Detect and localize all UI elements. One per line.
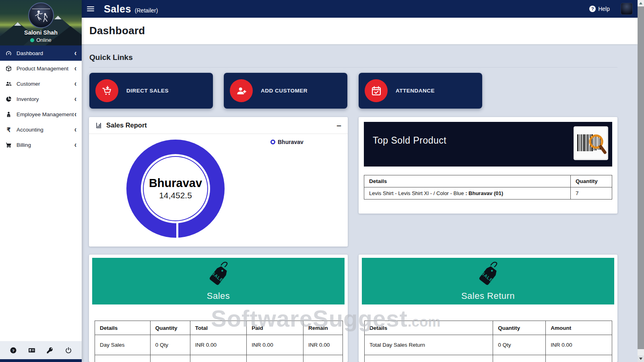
vertical-scrollbar <box>638 0 644 362</box>
pie-chart-icon <box>5 96 12 103</box>
user-name: Saloni Shah <box>0 29 82 36</box>
chevron-left-icon: ‹ <box>74 49 76 57</box>
details-cell: Total Day Sales Return <box>365 335 493 355</box>
chevron-left-icon: ‹ <box>74 95 76 103</box>
sales-report-card: Sales Report – Bhuravav 14,452.5 Bhurava… <box>89 117 348 247</box>
quick-links-title: Quick Links <box>89 53 133 62</box>
column-header-quantity: Quantity <box>150 321 190 335</box>
sidebar-bottom-strip <box>0 359 82 362</box>
table-row-partial <box>365 355 612 362</box>
bar-chart-icon <box>95 122 102 129</box>
speedometer-icon <box>5 50 12 57</box>
sidebar-item-customer[interactable]: Customer ‹ <box>0 76 82 91</box>
sidebar-item-label: Product Management <box>17 66 68 72</box>
remain-cell: INR 0.00 <box>303 335 343 355</box>
sales-summary-header: SALE Sales <box>92 258 345 304</box>
sales-summary-card: SALE Sales Details Quantity Total Paid R… <box>89 255 348 362</box>
question-circle-icon[interactable]: ? <box>10 347 17 354</box>
collapse-minus-icon[interactable]: – <box>336 123 341 128</box>
online-status-dot <box>30 38 34 42</box>
quick-link-direct-sales[interactable]: DIRECT SALES <box>89 73 213 109</box>
quick-link-attendance[interactable]: ATTENDANCE <box>359 73 482 109</box>
top-sold-table: Details Quantity Levis Shirt - Levis Shi… <box>364 175 612 200</box>
navbar-avatar[interactable] <box>621 3 633 15</box>
table-header-row: Details Quantity <box>364 175 612 187</box>
person-icon <box>5 111 12 118</box>
user-status-label: Online <box>36 37 52 43</box>
sidebar-footer: ? <box>0 341 82 359</box>
legend-ring-marker <box>270 140 275 144</box>
sidebar-item-label: Inventory <box>17 96 39 102</box>
table-header-row: Details Quantity Total Paid Remain <box>95 321 343 335</box>
down-arrow-icon <box>639 358 642 360</box>
key-icon[interactable] <box>46 347 54 354</box>
sidebar-item-inventory[interactable]: Inventory ‹ <box>0 91 82 107</box>
column-header-paid: Paid <box>247 321 303 335</box>
avatar[interactable] <box>28 2 54 28</box>
quick-link-label: ADD CUSTOMER <box>261 88 308 94</box>
chevron-left-icon: ‹ <box>74 64 76 72</box>
total-cell: INR 0.00 <box>190 335 247 355</box>
donut-chart[interactable]: Bhuravav 14,452.5 <box>126 140 225 238</box>
divider <box>89 67 617 68</box>
sidebar-menu: Dashboard ‹ Product Management ‹ Custome… <box>0 45 82 152</box>
column-header-total: Total <box>190 321 247 335</box>
avatar-figures-graphic <box>29 3 53 27</box>
sales-summary-table: Details Quantity Total Paid Remain Day S… <box>95 321 343 362</box>
scroll-up-button[interactable] <box>638 0 644 6</box>
mountain-snow-graphic <box>14 22 21 26</box>
power-icon[interactable] <box>65 347 72 354</box>
table-row: Total Day Sales Return 0 Qty INR 0.00 <box>365 335 612 355</box>
sale-tag-icon: SALE <box>475 260 501 288</box>
top-sold-product-card: Top Sold Product <box>359 117 617 214</box>
hamburger-menu-icon[interactable] <box>87 5 94 12</box>
sidebar-item-billing[interactable]: Billing ‹ <box>0 137 82 152</box>
sidebar: Saloni Shah Online Dashboard ‹ Product M… <box>0 0 82 362</box>
paid-cell: INR 0.00 <box>247 335 303 355</box>
sale-tag-icon: SALE <box>206 260 231 288</box>
mountain-snow-graphic <box>54 16 62 19</box>
sidebar-item-accounting[interactable]: ₹ Accounting ‹ <box>0 122 82 137</box>
chevron-left-icon: ‹ <box>74 125 76 134</box>
help-label: Help <box>598 6 610 12</box>
details-cell: Day Sales <box>95 335 151 355</box>
cart-arrow-down-icon <box>95 79 118 102</box>
app-subtitle: (Retailer) <box>135 4 158 14</box>
box-icon <box>5 65 12 72</box>
table-row: Day Sales 0 Qty INR 0.00 INR 0.00 INR 0.… <box>95 335 343 355</box>
quick-link-label: DIRECT SALES <box>126 88 169 94</box>
chevron-left-icon: ‹ <box>74 80 76 88</box>
sidebar-profile: Saloni Shah Online <box>0 0 82 45</box>
top-sold-title: Top Sold Product <box>373 135 446 146</box>
help-button[interactable]: ? Help <box>589 6 610 12</box>
column-header-amount: Amount <box>546 321 612 335</box>
table-header-row: Details Quantity Amount <box>365 321 612 335</box>
user-plus-icon <box>230 79 253 102</box>
column-header-quantity: Quantity <box>571 175 612 187</box>
calendar-check-icon <box>365 79 388 102</box>
top-sold-details-cell: Levis Shirt - Levis Shirt Xl - / Color -… <box>364 187 571 200</box>
quick-link-add-customer[interactable]: ADD CUSTOMER <box>224 73 347 109</box>
quick-link-label: ATTENDANCE <box>396 88 435 94</box>
sales-return-title: Sales Return <box>362 291 614 301</box>
chart-legend-item[interactable]: Bhuravav <box>270 139 303 145</box>
sidebar-item-employee-management[interactable]: Employee Management ‹ <box>0 107 82 122</box>
sales-report-title: Sales Report <box>106 121 147 129</box>
amount-cell: INR 0.00 <box>546 335 612 355</box>
page-header: Dashboard <box>82 18 638 44</box>
column-header-details: Details <box>364 175 571 187</box>
scroll-down-button[interactable] <box>638 356 644 362</box>
scrollbar-thumb[interactable] <box>638 6 644 349</box>
sidebar-item-label: Employee Management <box>17 111 74 117</box>
id-card-icon[interactable] <box>28 347 35 354</box>
sidebar-item-label: Dashboard <box>17 50 43 56</box>
quantity-cell: 0 Qty <box>493 335 546 355</box>
details-bold-text: : Bhuravav (01) <box>465 190 503 196</box>
chevron-left-icon: ‹ <box>74 110 76 118</box>
column-header-quantity: Quantity <box>493 321 546 335</box>
sidebar-item-product-management[interactable]: Product Management ‹ <box>0 61 82 76</box>
sidebar-item-dashboard[interactable]: Dashboard ‹ <box>0 45 82 61</box>
app-title: Sales <box>104 3 131 15</box>
top-navbar: Sales (Retailer) ? Help <box>82 0 638 18</box>
top-sold-header: Top Sold Product <box>364 122 612 167</box>
